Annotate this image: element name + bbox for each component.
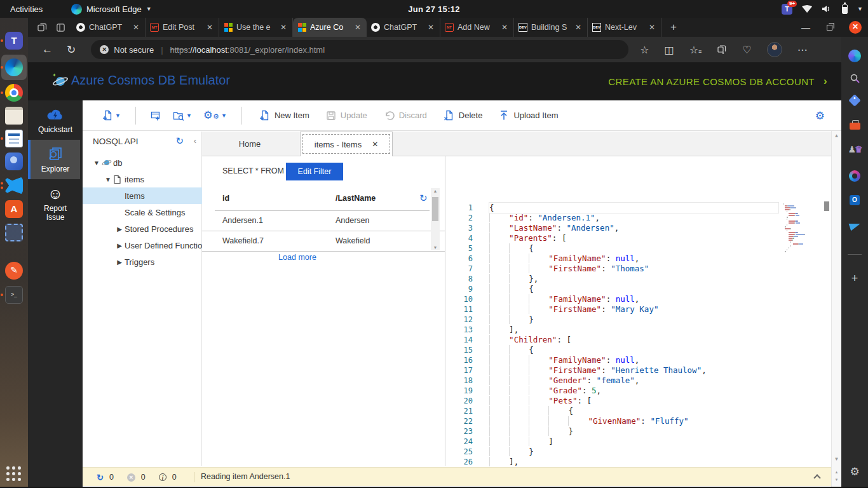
outlook-sidebar-icon[interactable]: O <box>847 193 862 208</box>
editor-scrollbar-thumb[interactable] <box>824 201 829 211</box>
tab-close-icon[interactable]: ✕ <box>648 23 656 32</box>
split-screen-icon[interactable]: ◫ <box>665 44 674 56</box>
tab-close-icon[interactable]: ✕ <box>132 23 140 32</box>
tab-close-icon[interactable]: ✕ <box>279 23 288 32</box>
json-document-editor[interactable]: 1234567891011121314151617181920212223242… <box>445 156 832 466</box>
games-sidebar-icon[interactable]: ♟♛ <box>847 142 862 157</box>
editor-minimap[interactable] <box>783 203 821 253</box>
wifi-icon[interactable] <box>802 5 812 13</box>
browser-tab-6[interactable]: NTAdd New✕ <box>440 18 514 37</box>
tab-close-icon[interactable]: ✕ <box>574 23 583 32</box>
toolbox-sidebar-icon[interactable] <box>847 118 862 133</box>
favorite-star-icon[interactable]: ☆ <box>640 44 649 56</box>
page-scrollbar[interactable]: ▲ ▼ ▲ ▼ <box>831 131 841 487</box>
delete-button[interactable]: Delete <box>444 110 483 121</box>
code-line-26[interactable]: ], <box>489 457 778 467</box>
favorites-list-icon[interactable]: ☆≡ <box>689 44 702 56</box>
send-sidebar-icon[interactable] <box>847 218 862 233</box>
tree-node-scale-settings[interactable]: Scale & Settings <box>83 204 202 220</box>
browser-tab-8[interactable]: DEVNext-Lev✕ <box>588 18 661 37</box>
cell-id[interactable]: Andersen.1 <box>222 216 263 225</box>
code-line-11[interactable]: "FirstName": "Mary Kay" <box>489 304 778 315</box>
code-line-17[interactable]: "FirstName": "Henriette Thaulow", <box>489 365 778 376</box>
code-line-18[interactable]: "Gender": "female", <box>489 376 778 386</box>
column-lastname[interactable]: /LastName <box>336 194 376 203</box>
code-line-4[interactable]: "Parents": [ <box>489 233 778 243</box>
dock-loop[interactable] <box>4 151 24 172</box>
browser-tab-7[interactable]: DEVBuilding S✕ <box>514 18 588 37</box>
browser-tab-4[interactable]: Azure Co✕ <box>293 18 367 37</box>
dock-terminal[interactable]: >_ <box>4 285 24 305</box>
code-line-14[interactable]: "Children": [ <box>489 335 778 345</box>
code-line-6[interactable]: "FamilyName": null, <box>489 254 778 264</box>
tree-node-db[interactable]: ▼db <box>83 154 202 171</box>
table-row[interactable]: Wakefield.7Wakefield <box>202 231 445 252</box>
code-line-16[interactable]: "FamilyName": null, <box>489 355 778 365</box>
info-icon[interactable]: i <box>159 473 166 481</box>
refresh-button[interactable]: ↻ <box>67 43 76 57</box>
code-line-15[interactable]: { <box>489 345 778 355</box>
chevron-down-icon[interactable]: ▼ <box>103 176 113 183</box>
browser-tab-1[interactable]: ChatGPT✕ <box>72 18 146 37</box>
nav-explorer[interactable]: Explorer <box>28 140 80 179</box>
dock-screenshot[interactable] <box>4 222 24 243</box>
create-account-link[interactable]: CREATE AN AZURE COSMOS DB ACCOUNT › <box>608 75 827 88</box>
table-refresh-icon[interactable]: ↻ <box>419 193 428 204</box>
app-menu-button[interactable]: Microsoft Edge ▼ <box>71 0 152 18</box>
open-query-button[interactable]: ▼ <box>173 111 192 121</box>
tree-collapse-icon[interactable]: ‹ <box>194 136 196 146</box>
code-line-10[interactable]: "FamilyName": null, <box>489 294 778 304</box>
scroll-down-icon[interactable]: ▼ <box>431 245 440 250</box>
code-line-1[interactable]: { <box>489 203 778 213</box>
more-menu-icon[interactable]: ⋯ <box>797 44 808 56</box>
table-scrollbar[interactable]: ▲ ▼ <box>431 188 440 250</box>
browser-tab-5[interactable]: ChatGPT✕ <box>367 18 440 37</box>
tree-refresh-icon[interactable]: ↻ <box>175 135 184 147</box>
teams-tray-icon[interactable]: T9+ <box>782 4 792 15</box>
system-tray[interactable]: T9+ ▼ <box>782 0 863 18</box>
tab-items[interactable]: items - Items ✕ <box>300 132 393 156</box>
tree-node-triggers[interactable]: ▶Triggers <box>83 254 202 270</box>
code-line-2[interactable]: "id": "Andersen.1", <box>489 213 778 223</box>
clock[interactable]: Jun 27 15:12 <box>408 0 460 18</box>
tab-close-icon[interactable]: ✕ <box>353 23 362 32</box>
chevron-right-icon[interactable]: ▶ <box>114 226 125 233</box>
code-line-25[interactable]: } <box>489 447 778 457</box>
column-id[interactable]: id <box>222 194 229 203</box>
code-line-13[interactable]: ], <box>489 325 778 335</box>
load-more-link[interactable]: Load more <box>272 253 323 262</box>
minimize-button[interactable]: — <box>801 22 810 32</box>
back-button[interactable]: ← <box>42 43 53 56</box>
new-stored-procedure-button[interactable]: ⚙⚙▼ <box>203 109 227 122</box>
dock-writer[interactable] <box>4 128 24 149</box>
shopping-sidebar-icon[interactable] <box>847 93 862 108</box>
dock-edge[interactable] <box>4 57 24 78</box>
profile-avatar[interactable] <box>767 42 782 57</box>
workspaces-icon[interactable] <box>37 22 47 32</box>
chevron-down-icon[interactable]: ▼ <box>92 159 102 166</box>
editor-code[interactable]: { "id": "Andersen.1", "LastName": "Ander… <box>489 203 778 467</box>
scrollbar-thumb[interactable] <box>432 197 438 221</box>
dock-software[interactable]: A <box>4 199 24 219</box>
browser-tab-3[interactable]: Use the e✕ <box>219 18 293 37</box>
restore-button[interactable] <box>827 25 832 30</box>
edit-filter-button[interactable]: Edit Filter <box>286 163 343 180</box>
code-line-9[interactable]: { <box>489 284 778 294</box>
new-tab-button[interactable]: + <box>670 21 677 34</box>
search-sidebar-icon[interactable] <box>847 71 862 86</box>
scroll-up-icon[interactable]: ▲ <box>431 189 440 193</box>
code-line-7[interactable]: "FirstName": "Thomas" <box>489 264 778 274</box>
expand-console-icon[interactable] <box>813 474 820 481</box>
tree-node-items[interactable]: ▼items <box>83 171 202 187</box>
new-database-button[interactable]: ▼ <box>102 110 121 121</box>
scroll-down-icon[interactable]: ▼ <box>832 478 841 482</box>
code-line-19[interactable]: "Grade": 5, <box>489 386 778 396</box>
upload-item-button[interactable]: Upload Item <box>499 110 558 121</box>
activities-button[interactable]: Activities <box>10 0 43 18</box>
tab-home[interactable]: Home <box>215 132 285 156</box>
tab-close-icon[interactable]: ✕ <box>426 23 435 32</box>
dock-vscode[interactable] <box>4 175 24 196</box>
sidebar-settings-icon[interactable]: ⚙ <box>847 464 862 479</box>
code-line-24[interactable]: ] <box>489 437 778 447</box>
tab-close-icon[interactable]: ✕ <box>500 23 509 32</box>
